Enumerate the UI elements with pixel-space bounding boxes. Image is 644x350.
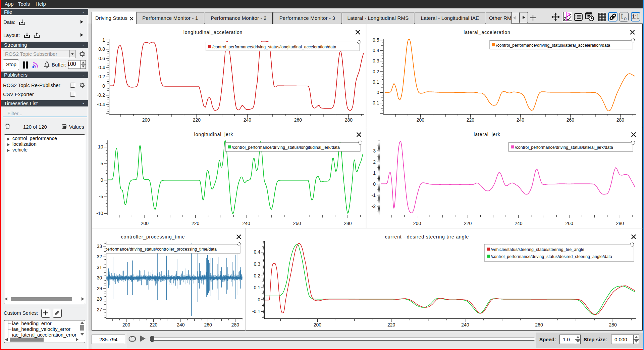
svg-text:280: 280 bbox=[609, 322, 617, 327]
svg-text:260: 260 bbox=[294, 117, 302, 123]
svg-text:200: 200 bbox=[417, 117, 425, 123]
svg-text:longitudinal_acceleration: longitudinal_acceleration bbox=[183, 30, 243, 35]
svg-text:/control_performance/driving_s: /control_performance/driving_status/long… bbox=[212, 45, 336, 49]
svg-text:30: 30 bbox=[97, 275, 102, 280]
svg-text:260: 260 bbox=[535, 322, 543, 327]
svg-text:-0.1: -0.1 bbox=[371, 100, 379, 105]
svg-text:-1: -1 bbox=[372, 192, 376, 198]
svg-text:240: 240 bbox=[461, 322, 469, 327]
svg-text:controller_processing_time: controller_processing_time bbox=[121, 234, 185, 239]
svg-text:27: 27 bbox=[97, 307, 102, 312]
svg-text:0.4: 0.4 bbox=[254, 249, 261, 255]
svg-text:0.3: 0.3 bbox=[373, 58, 379, 63]
svg-text:280: 280 bbox=[231, 322, 239, 327]
svg-text:0.4: 0.4 bbox=[373, 48, 379, 53]
svg-text:220: 220 bbox=[192, 221, 200, 226]
svg-text:0.5: 0.5 bbox=[373, 37, 379, 43]
svg-text:/control_performance/driving_s: /control_performance/driving_status/late… bbox=[496, 43, 610, 48]
svg-text:33: 33 bbox=[97, 244, 102, 249]
svg-text:200: 200 bbox=[314, 322, 322, 327]
svg-text:220: 220 bbox=[464, 221, 472, 226]
svg-text:-5: -5 bbox=[99, 194, 103, 199]
svg-text:240: 240 bbox=[244, 117, 252, 123]
svg-text:260: 260 bbox=[565, 221, 573, 226]
svg-text:240: 240 bbox=[517, 117, 525, 123]
svg-text:280: 280 bbox=[616, 117, 625, 123]
svg-text:10: 10 bbox=[98, 144, 103, 149]
svg-text:200: 200 bbox=[142, 117, 150, 123]
svg-text:240: 240 bbox=[242, 221, 250, 226]
svg-text:performance/driving_status/con: performance/driving_status/controller_pr… bbox=[105, 247, 217, 252]
svg-text:0: 0 bbox=[102, 83, 105, 89]
svg-text:260: 260 bbox=[204, 322, 212, 327]
svg-text:-0.4: -0.4 bbox=[97, 102, 105, 107]
svg-text:260: 260 bbox=[567, 117, 575, 123]
svg-text:240: 240 bbox=[515, 221, 523, 226]
svg-text:0.3: 0.3 bbox=[254, 261, 261, 267]
svg-text:-2: -2 bbox=[372, 204, 376, 209]
svg-text:280: 280 bbox=[616, 221, 624, 226]
svg-text:220: 220 bbox=[193, 117, 201, 123]
svg-text:5: 5 bbox=[101, 161, 103, 166]
svg-text:/control_performance/driving_s: /control_performance/driving_status/long… bbox=[232, 145, 340, 150]
svg-text:0.2: 0.2 bbox=[373, 69, 379, 74]
svg-text:31: 31 bbox=[97, 265, 102, 270]
svg-text:lateral_acceleration: lateral_acceleration bbox=[464, 30, 510, 35]
svg-text:0.2: 0.2 bbox=[254, 273, 261, 278]
svg-text:0.4: 0.4 bbox=[99, 65, 105, 70]
svg-text:280: 280 bbox=[345, 117, 353, 123]
svg-text:220: 220 bbox=[150, 322, 158, 327]
svg-text:200: 200 bbox=[122, 322, 130, 327]
svg-text:/control_performance/driving_s: /control_performance/driving_status/desi… bbox=[491, 254, 612, 259]
svg-text:/vehicle/status/steering_statu: /vehicle/status/steering_status/steering… bbox=[491, 247, 584, 252]
svg-text:28: 28 bbox=[97, 296, 102, 302]
svg-text:220: 220 bbox=[387, 322, 395, 327]
svg-text:32: 32 bbox=[97, 254, 102, 259]
svg-text:200: 200 bbox=[141, 221, 149, 226]
svg-text:260: 260 bbox=[293, 221, 301, 226]
svg-text:0.8: 0.8 bbox=[99, 46, 105, 52]
svg-text:0.2: 0.2 bbox=[99, 74, 105, 79]
svg-text:current - desired steering tir: current - desired steering tire angle bbox=[385, 234, 469, 239]
svg-text:3: 3 bbox=[373, 148, 376, 154]
svg-text:longitudinal_jerk: longitudinal_jerk bbox=[194, 132, 233, 137]
svg-text:1: 1 bbox=[568, 12, 570, 17]
svg-text:200: 200 bbox=[413, 221, 421, 226]
svg-text:0: 0 bbox=[377, 90, 379, 95]
svg-text:220: 220 bbox=[467, 117, 475, 123]
svg-text:0.1: 0.1 bbox=[373, 79, 379, 85]
svg-text:-0.1: -0.1 bbox=[252, 309, 260, 314]
svg-text:lateral_jerk: lateral_jerk bbox=[474, 132, 500, 137]
svg-text:0.1: 0.1 bbox=[254, 285, 261, 290]
svg-text:2: 2 bbox=[373, 159, 376, 165]
svg-text:-10: -10 bbox=[96, 211, 103, 216]
svg-text:29: 29 bbox=[97, 286, 102, 291]
svg-text:240: 240 bbox=[177, 322, 185, 327]
svg-text:0: 0 bbox=[258, 297, 260, 302]
svg-text:/control_performance/driving_s: /control_performance/driving_status/late… bbox=[515, 145, 613, 150]
svg-text:1: 1 bbox=[102, 37, 105, 43]
svg-text:0: 0 bbox=[101, 177, 103, 183]
svg-text:280: 280 bbox=[344, 221, 352, 226]
svg-text:0.6: 0.6 bbox=[99, 56, 105, 61]
svg-text:1: 1 bbox=[373, 170, 376, 176]
svg-text:0: 0 bbox=[373, 181, 376, 187]
svg-text:-0.2: -0.2 bbox=[97, 92, 105, 98]
